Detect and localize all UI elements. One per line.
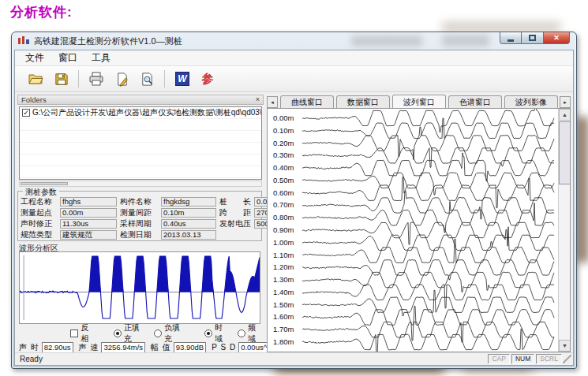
field-label: 构件名称 [120,196,161,207]
close-icon: ✕ [553,34,560,42]
toolbar: W 参 [15,66,573,92]
left-panel: Folders × ✓ G:\公司产品设计开发\超声仪器\超声仪实地检测数据\测… [17,95,264,352]
status-indicators: CAP NUM SCRL [486,354,562,364]
tree-row-empty [20,131,261,143]
parameter-glyph: 参 [202,72,214,87]
folders-panel-header[interactable]: Folders × [17,95,264,105]
field-label: 采样周期 [120,218,161,229]
resize-grip-icon[interactable] [563,355,571,363]
open-icon[interactable] [27,70,44,87]
field-label: 检测日期 [120,229,161,240]
psd-label: P S D [212,343,236,352]
vertical-scrollbar[interactable]: ▲ ▼ [558,109,570,352]
depth-label: 1.00m [273,238,301,247]
depth-label: 1.20m [273,262,301,271]
tab-wavetrain-image[interactable]: 波列影像 [504,95,558,108]
scroll-lock-indicator: SCRL [536,354,562,364]
scroll-up-icon[interactable]: ▲ [559,109,571,121]
freq-domain-radio[interactable] [238,329,245,337]
depth-label: 0.50m [273,176,301,184]
positive-fill-radio[interactable] [114,329,122,337]
parameter-icon[interactable]: 参 [199,70,216,87]
field-value[interactable]: 0.10m [161,208,216,218]
depth-label: 1.70m [273,325,301,333]
invert-checkbox[interactable] [70,329,78,337]
tree-item-label: G:\公司产品设计开发\超声仪器\超声仪实地检测数据\测桩qd\qd03\qd0… [32,107,261,118]
tab-curve-window[interactable]: 曲线窗口 [280,95,334,108]
readouts-row: 声 时 82.90us 声 速 3256.94m/s 幅 值 93.90dB P… [19,341,262,353]
depth-label: 0.70m [273,200,301,209]
field-label: 桩 长 [219,196,254,207]
tree-row-empty [20,154,261,166]
depth-label: 0.30m [273,151,301,159]
depth-label: 1.40m [273,288,301,296]
tree-row-empty [20,143,261,154]
depth-label: 0.60m [273,188,301,197]
print-setup-icon[interactable] [113,70,130,87]
workspace: Folders × ✓ G:\公司产品设计开发\超声仪器\超声仪实地检测数据\测… [15,95,573,352]
menu-window[interactable]: 窗口 [51,50,84,66]
menu-bar: 文件 窗口 工具 [15,50,573,66]
wave-train-display[interactable]: 0.00m0.10m0.20m0.30m0.40m0.50m0.60m0.70m… [267,108,571,352]
negative-fill-radio[interactable] [154,329,162,337]
waveform-controls: 反相 正填充 负填充 时域 频域 [21,328,262,339]
pile-parameters-group: 测桩参数 工程名称 fhghs 构件名称 fhgkdsg 桩 长 0.00m 测… [17,191,262,241]
field-label: 测量起点 [21,207,60,218]
tab-scroll-right-icon[interactable]: ▸ [560,96,571,108]
scroll-down-icon[interactable]: ▼ [559,340,571,352]
minimize-icon [507,39,514,42]
num-lock-indicator: NUM [511,354,534,364]
app-window: 高铁建混凝土检测分析软件V1.0—测桩 ✕ 文件 窗口 工具 [11,32,577,369]
save-icon[interactable] [52,70,69,87]
minimize-button[interactable] [500,32,522,44]
depth-label: 0.00m [273,114,301,122]
depth-label: 1.60m [273,312,301,321]
toolbar-separator [164,70,165,87]
checkbox-checked-icon[interactable]: ✓ [22,109,30,117]
close-button[interactable]: ✕ [543,32,570,44]
wave-train-chart [268,109,557,352]
parameters-grid: 工程名称 fhghs 构件名称 fhgkdsg 桩 长 0.00m 测量起点 0… [21,196,260,240]
scrollbar-thumb[interactable] [21,182,68,185]
tab-data-window[interactable]: 数据窗口 [336,95,390,108]
scrollbar-thumb[interactable] [559,121,571,184]
field-label: 声时修正 [21,218,60,229]
field-value[interactable]: 0.40us [161,219,216,229]
field-label: 规范类型 [21,229,60,240]
waveform-analysis-plot[interactable] [19,251,260,324]
aero-reflection [442,35,489,47]
sound-speed-value[interactable]: 3256.94m/s [101,342,145,353]
tab-wavetrain-window[interactable]: 波列窗口 [392,95,446,108]
print-preview-icon[interactable] [138,70,155,87]
tab-spectrum-window[interactable]: 色谱窗口 [448,95,502,108]
field-value[interactable]: 11.30us [60,219,117,229]
tree-horizontal-scrollbar[interactable] [19,181,262,187]
depth-label: 0.40m [273,163,301,172]
field-value[interactable]: fhghs [60,197,117,207]
menu-file[interactable]: 文件 [18,50,51,66]
tab-scroll-left-icon[interactable]: ◂ [267,96,278,108]
maximize-button[interactable] [522,32,543,44]
caps-lock-indicator: CAP [488,354,509,364]
amplitude-value[interactable]: 93.90dB [174,342,206,353]
title-bar[interactable]: 高铁建混凝土检测分析软件V1.0—测桩 ✕ [12,32,576,50]
field-value[interactable]: 2013.03.13 [161,230,216,240]
field-value[interactable]: fhgkdsg [161,197,216,207]
field-label: 工程名称 [21,196,60,207]
field-value[interactable]: 建筑规范 [60,230,117,240]
field-label: 跨 距 [219,207,254,218]
field-value[interactable]: 0.00m [60,208,117,218]
print-icon[interactable] [88,70,105,87]
time-domain-radio[interactable] [204,329,212,337]
depth-label: 1.80m [273,337,301,346]
menu-tools[interactable]: 工具 [84,50,118,66]
sound-time-value[interactable]: 82.90us [42,342,73,353]
sound-speed-label: 声 速 [79,342,99,353]
window-title: 高铁建混凝土检测分析软件V1.0—测桩 [34,35,182,47]
word-export-icon[interactable]: W [174,70,191,87]
close-panel-icon[interactable]: × [256,96,260,103]
status-bar: Ready CAP NUM SCRL [15,352,573,365]
tree-item[interactable]: ✓ G:\公司产品设计开发\超声仪器\超声仪实地检测数据\测桩qd\qd03\q… [20,107,261,119]
folder-tree[interactable]: ✓ G:\公司产品设计开发\超声仪器\超声仪实地检测数据\测桩qd\qd03\q… [19,106,262,180]
tab-bar: ◂ 曲线窗口 数据窗口 波列窗口 色谱窗口 波列影像 ▸ [267,95,571,108]
